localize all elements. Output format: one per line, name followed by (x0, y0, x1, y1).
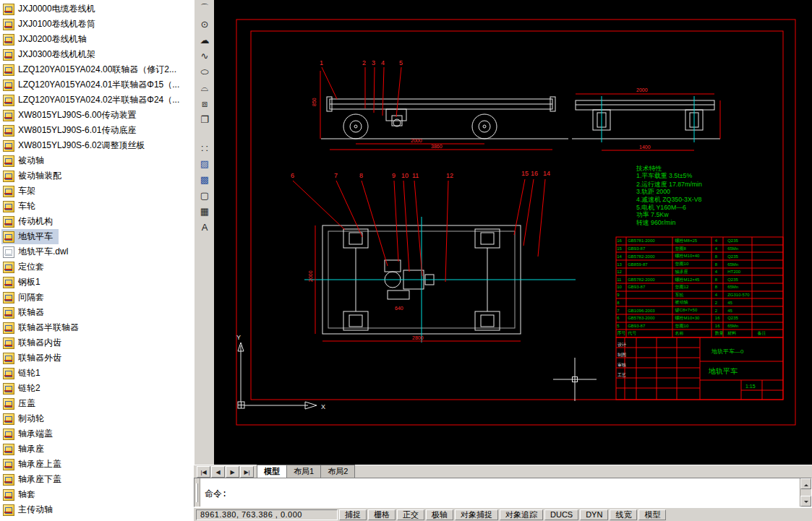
file-item[interactable]: 联轴器半联轴器 (1, 320, 85, 335)
bom-row: 5GB93-87垫圈101665Mn (616, 322, 783, 330)
file-item[interactable]: 轴套 (1, 487, 41, 502)
file-item[interactable]: 联轴器 (1, 305, 50, 320)
file-item[interactable]: JXJ0200卷线机轴 (1, 32, 93, 47)
tech-note-line: 转速 960r/min (636, 219, 702, 227)
file-item[interactable]: 地轨平车.dwl (1, 244, 74, 259)
file-item[interactable]: 链轮2 (1, 381, 46, 396)
table-tool-icon[interactable]: ▦ (196, 204, 213, 219)
bom-row: 13GB859-87垫圈10865Mn (616, 260, 783, 268)
model-space-toggle[interactable]: 模型 (638, 509, 666, 520)
file-item[interactable]: LZQ120YA015YA024.00联轴器（修订2... (1, 62, 182, 77)
make-block-tool-icon[interactable]: ❐ (196, 112, 213, 127)
file-item[interactable]: 轴承座上盖 (1, 457, 67, 472)
file-item[interactable]: LZQ120YA015YA024.01半联轴器Φ15（... (1, 77, 185, 92)
file-item[interactable]: 传动机构 (1, 214, 59, 229)
osnap-toggle[interactable]: 对象捕捉 (455, 509, 498, 520)
bom-material: 45 (727, 300, 756, 305)
file-panel: JXJ0000电缆卷线机 JXJ0100卷线机卷筒 JXJ0200卷线机轴 JX… (0, 0, 195, 521)
file-item[interactable]: 被动轴装配 (1, 168, 67, 184)
tab-next-button[interactable]: ▶ (226, 466, 239, 478)
scroll-up-icon[interactable] (800, 478, 811, 489)
command-scrollbar[interactable] (800, 478, 811, 507)
file-item-label: JXJ0000电缆卷线机 (18, 3, 95, 15)
mtext-tool-icon[interactable]: A (196, 220, 213, 235)
file-item-label: XW8015YLJ90S-6.00传动装置 (18, 109, 136, 121)
snap-toggle[interactable]: 捕捉 (339, 509, 367, 520)
tab-prev-button[interactable]: ◀ (211, 466, 225, 478)
file-item[interactable]: 钢板1 (1, 275, 46, 290)
dyn-toggle[interactable]: DYN (580, 509, 608, 520)
command-prompt[interactable]: 命令: (200, 478, 800, 507)
file-item[interactable]: JXJ0300卷线机机架 (1, 47, 101, 62)
file-item[interactable]: JXJ0000电缆卷线机 (1, 1, 101, 17)
ellipse-tool-icon[interactable]: ⬭ (196, 64, 213, 79)
gradient-tool-icon[interactable]: ▩ (196, 172, 213, 187)
command-window[interactable]: 命令: (194, 478, 812, 507)
file-item[interactable]: 轴承座 (1, 442, 50, 457)
bom-no: 5 (616, 323, 627, 328)
dwg-file-icon (3, 34, 14, 46)
dwg-file-icon (3, 292, 14, 303)
circle-tool-icon[interactable]: ⊙ (196, 17, 213, 32)
side-view-dims: 850 3860 2000 (312, 67, 552, 150)
file-item[interactable]: 链轮1 (1, 366, 46, 381)
file-item[interactable]: 联轴器内齿 (1, 335, 67, 350)
revision-cloud-tool-icon[interactable]: ☁ (196, 33, 213, 48)
file-item-label: LZQ120YA015YA024.02半联轴器Φ24（... (18, 94, 179, 106)
title-block-text: 地轨平车—0 地轨平车 1:15 设计 制图 审核 工艺 (617, 342, 756, 389)
tab-model[interactable]: 模型 (257, 465, 287, 478)
bom-no: 12 (616, 270, 627, 275)
bom-code: GB1096-2003 (627, 308, 674, 313)
file-item[interactable]: 定位套 (1, 259, 50, 275)
bom-material: 65Mn (727, 323, 756, 328)
file-item-label: 间隔套 (18, 291, 44, 303)
point-tool-icon[interactable]: ⸬ (196, 140, 213, 155)
spline-tool-icon[interactable]: ∿ (196, 48, 213, 64)
lineweight-toggle[interactable]: 线宽 (610, 509, 637, 520)
balloon: 2 (362, 59, 366, 66)
bom-qty: 16 (714, 323, 727, 328)
file-item[interactable]: 车轮 (1, 199, 41, 214)
title-label: 审核 (617, 362, 626, 367)
bom-code: 代号 (627, 330, 674, 336)
tab-layout1[interactable]: 布局1 (286, 465, 321, 478)
tab-layout2[interactable]: 布局2 (320, 465, 355, 478)
bom-material: ZG310-570 (727, 293, 756, 298)
file-item[interactable]: 车架 (1, 184, 41, 199)
file-item[interactable]: 地轨平车 (1, 229, 59, 244)
file-item[interactable]: JXJ0100卷线机卷筒 (1, 17, 101, 32)
file-item[interactable]: 联轴器外齿 (1, 350, 67, 366)
drawing-canvas[interactable]: 850 3860 2000 2000 1400 (214, 0, 812, 465)
file-item[interactable]: 压盖 (1, 396, 41, 411)
file-item[interactable]: XW8015YLJ90S-6.01传动底座 (1, 123, 142, 138)
ellipse-arc-tool-icon[interactable]: ⌓ (196, 80, 213, 95)
file-item[interactable]: XW8015YLJ90S-6.00传动装置 (1, 108, 142, 123)
arc-tool-icon[interactable]: ⌒ (196, 1, 213, 16)
ortho-toggle[interactable]: 正交 (397, 509, 424, 520)
balloon-leaders (293, 179, 545, 282)
polar-toggle[interactable]: 极轴 (426, 509, 453, 520)
scroll-down-icon[interactable] (800, 496, 811, 507)
tab-last-button[interactable]: ▶| (240, 466, 254, 478)
ducs-toggle[interactable]: DUCS (544, 509, 578, 520)
file-item[interactable]: LZQ120YA015YA024.02半联轴器Φ24（... (1, 92, 185, 108)
file-item[interactable]: 制动轮 (1, 411, 50, 426)
file-item[interactable]: 轴承端盖 (1, 426, 59, 442)
dwg-file-icon (3, 474, 14, 486)
grid-toggle[interactable]: 栅格 (368, 509, 396, 520)
otrack-toggle[interactable]: 对象追踪 (500, 509, 543, 520)
bom-qty: 2 (714, 308, 727, 313)
file-item[interactable]: 轴承座下盖 (1, 472, 67, 487)
region-tool-icon[interactable]: ▢ (196, 188, 213, 203)
bom-qty: 8 (714, 262, 727, 267)
hatch-tool-icon[interactable]: ▨ (196, 156, 213, 171)
file-item[interactable]: XW8015YLJ90S-6.02调整顶丝板 (1, 138, 150, 153)
tab-first-button[interactable]: |◀ (197, 466, 210, 478)
file-item[interactable]: 间隔套 (1, 290, 50, 305)
crosshair (553, 358, 597, 401)
insert-block-tool-icon[interactable]: ⧈ (196, 96, 213, 111)
file-item[interactable]: 主传动轴 (1, 502, 59, 517)
file-item[interactable]: 被动轴 (1, 153, 50, 168)
bom-no: 10 (616, 285, 627, 290)
command-grip[interactable] (195, 478, 200, 507)
